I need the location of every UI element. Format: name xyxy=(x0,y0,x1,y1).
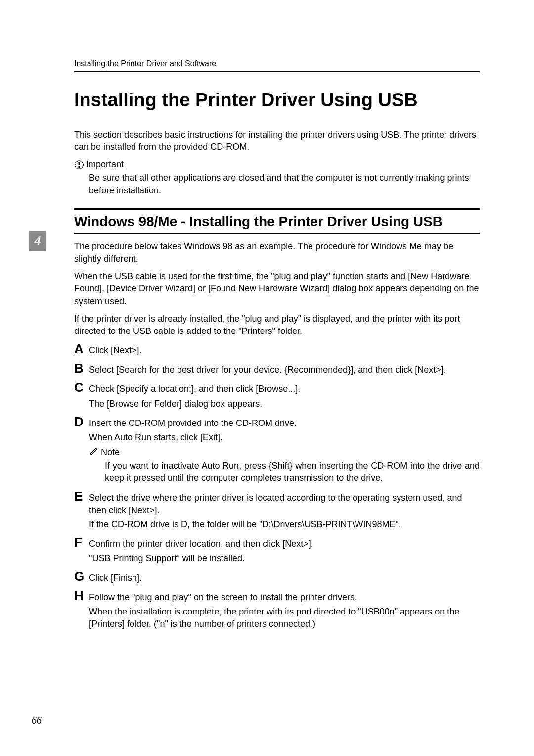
page-title: Installing the Printer Driver Using USB xyxy=(74,90,480,111)
step-text: Follow the "plug and play" on the screen… xyxy=(89,591,357,604)
step-letter: G xyxy=(74,570,85,583)
section-rule-bottom xyxy=(74,233,480,234)
step-subtext: The [Browse for Folder] dialog box appea… xyxy=(89,398,480,410)
step-text: Select [Search for the best driver for y… xyxy=(89,364,446,376)
intro-paragraph: This section describes basic instruction… xyxy=(74,129,480,153)
step-letter: C xyxy=(74,381,85,394)
step-letter: F xyxy=(74,536,85,549)
step-text: Confirm the printer driver location, and… xyxy=(89,538,313,550)
step-letter: E xyxy=(74,490,85,503)
step-letter: D xyxy=(74,415,85,428)
step-text: Check [Specify a location:], and then cl… xyxy=(89,383,300,395)
paragraph-3: If the printer driver is already install… xyxy=(74,313,480,337)
step-letter: B xyxy=(74,362,85,375)
step-subtext: When Auto Run starts, click [Exit]. xyxy=(89,431,480,444)
chapter-tab: 4 xyxy=(29,231,46,251)
step-text: Insert the CD-ROM provided into the CD-R… xyxy=(89,417,297,429)
step-a: A Click [Next>]. xyxy=(74,342,480,357)
step-h: H Follow the "plug and play" on the scre… xyxy=(74,589,480,631)
step-subtext: If the CD-ROM drive is D, the folder wil… xyxy=(89,519,480,531)
step-subtext: When the installation is complete, the p… xyxy=(89,606,480,630)
important-heading: Important xyxy=(74,159,480,170)
step-letter: H xyxy=(74,589,85,602)
svg-rect-2 xyxy=(79,166,80,168)
step-c: C Check [Specify a location:], and then … xyxy=(74,381,480,410)
step-letter: A xyxy=(74,342,85,355)
step-b: B Select [Search for the best driver for… xyxy=(74,362,480,376)
note-heading: Note xyxy=(89,447,480,458)
note-icon xyxy=(89,447,98,458)
step-text: Click [Finish]. xyxy=(89,572,142,584)
svg-rect-1 xyxy=(79,162,80,165)
note-body: If you want to inactivate Auto Run, pres… xyxy=(105,460,480,484)
page-number: 66 xyxy=(32,715,42,726)
important-label: Important xyxy=(86,159,124,170)
page-content: Installing the Printer Driver and Softwa… xyxy=(74,59,480,635)
important-body: Be sure that all other applications are … xyxy=(89,172,480,196)
running-header: Installing the Printer Driver and Softwa… xyxy=(74,59,480,72)
section-heading: Windows 98/Me - Installing the Printer D… xyxy=(74,214,480,230)
step-text: Click [Next>]. xyxy=(89,344,142,357)
important-icon xyxy=(74,160,84,170)
step-e: E Select the drive where the printer dri… xyxy=(74,490,480,531)
step-text: Select the drive where the printer drive… xyxy=(89,492,480,517)
paragraph-1: The procedure below takes Windows 98 as … xyxy=(74,240,480,265)
note-label: Note xyxy=(101,447,120,458)
step-f: F Confirm the printer driver location, a… xyxy=(74,536,480,565)
paragraph-2: When the USB cable is used for the first… xyxy=(74,270,480,308)
step-g: G Click [Finish]. xyxy=(74,570,480,584)
step-d: D Insert the CD-ROM provided into the CD… xyxy=(74,415,480,485)
step-subtext: "USB Printing Support" will be installed… xyxy=(89,552,480,565)
section-rule-top xyxy=(74,208,480,210)
